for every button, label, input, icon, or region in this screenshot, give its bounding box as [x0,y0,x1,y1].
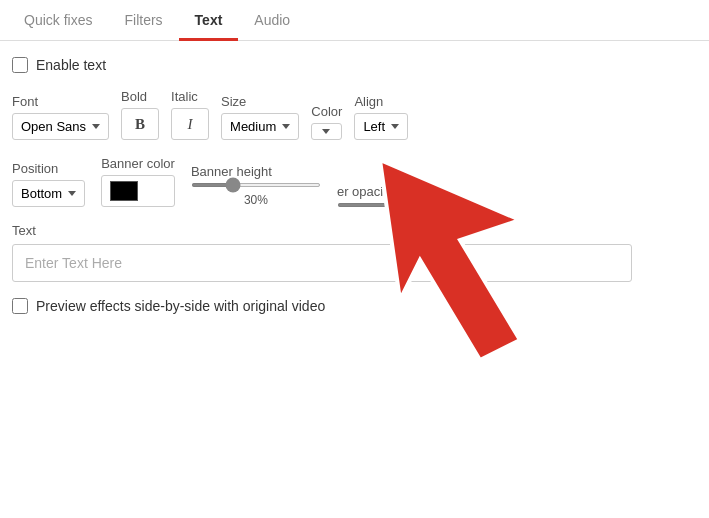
text-section: Text Enter Text Here [12,223,697,282]
preview-label: Preview effects side-by-side with origin… [36,298,325,314]
banner-height-value: 30% [191,193,321,207]
italic-label: Italic [171,89,209,104]
banner-height-group: Banner height 30% [191,164,321,207]
enable-text-row: Enable text [12,57,697,73]
align-dropdown[interactable]: Left [354,113,408,140]
bold-group: Bold B [121,89,159,140]
bold-button[interactable]: B [121,108,159,140]
font-label: Font [12,94,109,109]
tab-quick-fixes[interactable]: Quick fixes [8,0,108,40]
color-dropdown-arrow [322,129,330,134]
align-group: Align Left [354,94,408,140]
color-dropdown[interactable] [311,123,342,140]
position-dropdown[interactable]: Bottom [12,180,85,207]
italic-icon: I [188,116,193,133]
text-input-placeholder[interactable]: Enter Text Here [12,244,632,282]
enable-text-checkbox[interactable] [12,57,28,73]
banner-height-slider[interactable] [191,183,321,187]
preview-row: Preview effects side-by-side with origin… [12,298,697,314]
banner-opacity-group: er opacity [337,184,467,207]
font-controls-row: Font Open Sans Bold B Italic I Size Medi… [12,89,697,140]
banner-color-swatch [110,181,138,201]
text-section-label: Text [12,223,697,238]
banner-opacity-slider-wrapper [337,203,467,207]
align-dropdown-arrow [391,124,399,129]
font-dropdown-arrow [92,124,100,129]
banner-color-group: Banner color [101,156,175,207]
banner-color-button[interactable] [101,175,175,207]
banner-color-label: Banner color [101,156,175,171]
bold-label: Bold [121,89,159,104]
size-dropdown[interactable]: Medium [221,113,299,140]
tab-audio[interactable]: Audio [238,0,306,40]
banner-opacity-slider[interactable] [337,203,467,207]
tab-filters[interactable]: Filters [108,0,178,40]
size-dropdown-arrow [282,124,290,129]
italic-button[interactable]: I [171,108,209,140]
color-group: Color [311,104,342,140]
preview-checkbox[interactable] [12,298,28,314]
bold-icon: B [135,116,145,133]
position-label: Position [12,161,85,176]
position-dropdown-arrow [68,191,76,196]
enable-text-label: Enable text [36,57,106,73]
size-group: Size Medium [221,94,299,140]
size-label: Size [221,94,299,109]
position-controls-row: Position Bottom Banner color Banner heig… [12,156,697,207]
align-label: Align [354,94,408,109]
position-group: Position Bottom [12,161,85,207]
italic-group: Italic I [171,89,209,140]
tab-bar: Quick fixes Filters Text Audio [0,0,709,41]
main-content: Enable text Font Open Sans Bold B Italic… [0,41,709,330]
tab-text[interactable]: Text [179,0,239,40]
color-label: Color [311,104,342,119]
font-dropdown[interactable]: Open Sans [12,113,109,140]
font-group: Font Open Sans [12,94,109,140]
banner-height-slider-wrapper [191,183,321,187]
